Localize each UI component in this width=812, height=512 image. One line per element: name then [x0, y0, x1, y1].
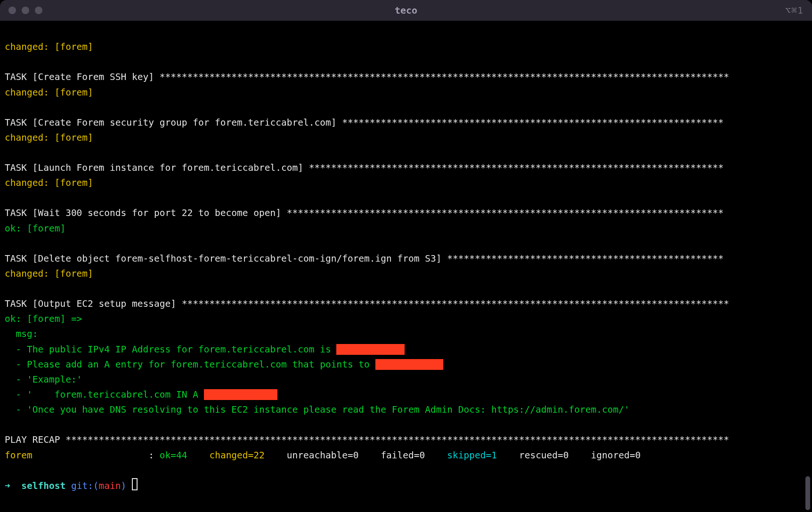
- ansible-task-header: TASK [Delete object forem-selfhost-forem…: [5, 253, 723, 264]
- traffic-lights[interactable]: [8, 7, 42, 14]
- ansible-msg-line: - 'Example:': [5, 374, 82, 385]
- ansible-msg-line: - 'Once you have DNS resolving to this E…: [5, 404, 630, 415]
- ansible-ok-line: ok: [forem]: [5, 223, 65, 234]
- ansible-task-header: TASK [Output EC2 setup message] ********…: [5, 298, 729, 309]
- zoom-traffic-light[interactable]: [35, 7, 42, 14]
- redacted-ip: XX.XXX.XX.XX: [336, 344, 405, 355]
- window-titlebar: teco ⌥⌘1: [0, 0, 812, 21]
- ansible-changed-line: changed: [forem]: [5, 177, 93, 188]
- redacted-ip: XX.XXX.XX.XX: [375, 359, 444, 370]
- ansible-changed-line: changed: [forem]: [5, 268, 93, 279]
- terminal-cursor: [132, 478, 138, 490]
- shell-prompt[interactable]: ➜ selfhost git:(main): [5, 480, 138, 491]
- prompt-git-branch: main: [99, 480, 121, 491]
- ansible-changed-line: changed: [forem]: [5, 41, 93, 52]
- close-traffic-light[interactable]: [8, 7, 16, 14]
- ansible-task-header: TASK [Create Forem SSH key] ************…: [5, 72, 729, 82]
- ansible-task-header: TASK [Launch Forem instance for forem.te…: [5, 162, 723, 173]
- ansible-msg-label: msg:: [5, 328, 38, 339]
- tab-shortcut-indicator: ⌥⌘1: [785, 3, 804, 18]
- ansible-task-header: TASK [Wait 300 seconds for port 22 to be…: [5, 208, 723, 218]
- ansible-msg-line: - The public IPv4 IP Address for forem.t…: [5, 344, 405, 355]
- vertical-scrollbar[interactable]: [805, 476, 810, 510]
- play-recap-header: PLAY RECAP *****************************…: [5, 434, 729, 445]
- play-recap-row: forem : ok=44 changed=22 unreachable=0 f…: [5, 450, 641, 461]
- redacted-ip: XX.XXX.XX.XX': [204, 389, 278, 400]
- ansible-msg-line: - ' forem.tericcabrel.com IN A XX.XXX.XX…: [5, 389, 277, 400]
- prompt-git-label: git:(: [71, 480, 99, 491]
- prompt-cwd: selfhost: [21, 480, 65, 491]
- ansible-task-header: TASK [Create Forem security group for fo…: [5, 117, 723, 128]
- prompt-git-close: ): [121, 480, 127, 491]
- ansible-ok-line: ok: [forem] =>: [5, 313, 82, 324]
- ansible-changed-line: changed: [forem]: [5, 87, 93, 98]
- ansible-msg-line: - Please add an A entry for forem.tericc…: [5, 359, 443, 370]
- terminal-viewport[interactable]: changed: [forem] TASK [Create Forem SSH …: [0, 21, 812, 498]
- minimize-traffic-light[interactable]: [22, 7, 29, 14]
- prompt-arrow-icon: ➜: [5, 480, 10, 491]
- ansible-changed-line: changed: [forem]: [5, 132, 93, 143]
- window-title: teco: [0, 3, 812, 18]
